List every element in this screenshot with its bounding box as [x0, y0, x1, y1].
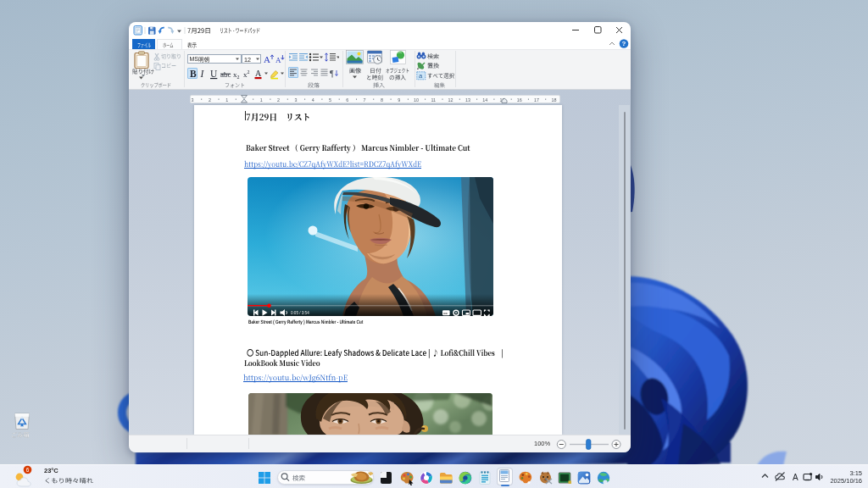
svg-text:13: 13 [465, 97, 470, 103]
svg-text:3: 3 [294, 97, 297, 103]
svg-text:8: 8 [381, 97, 383, 103]
svg-text:?: ? [622, 40, 626, 47]
svg-text:17: 17 [534, 97, 539, 103]
svg-text:5: 5 [329, 97, 331, 103]
svg-text:cc: cc [443, 311, 448, 315]
svg-text:18: 18 [551, 97, 556, 103]
svg-text:B: B [190, 69, 197, 79]
svg-text:11: 11 [431, 97, 436, 103]
svg-text:4: 4 [312, 97, 314, 103]
svg-text:A: A [793, 473, 798, 482]
svg-text:I: I [199, 69, 204, 79]
svg-text:6: 6 [26, 467, 30, 473]
svg-text:2: 2 [247, 69, 249, 75]
svg-text:16: 16 [517, 97, 522, 103]
svg-text:1: 1 [225, 97, 228, 103]
svg-text:2: 2 [277, 97, 280, 103]
svg-text:6: 6 [346, 97, 348, 103]
svg-text:7: 7 [364, 97, 366, 103]
svg-text:0:05 / 3:54: 0:05 / 3:54 [291, 311, 309, 315]
svg-text:10: 10 [414, 97, 419, 103]
svg-text:2: 2 [209, 97, 211, 103]
svg-text:1: 1 [260, 97, 263, 103]
svg-text:2: 2 [236, 75, 239, 80]
svg-text:A: A [264, 54, 270, 64]
svg-text:14: 14 [482, 97, 487, 103]
svg-text:12: 12 [448, 97, 453, 103]
svg-text:A: A [255, 69, 262, 78]
svg-text:U: U [210, 69, 218, 79]
svg-text:¶: ¶ [330, 69, 334, 78]
svg-text:3: 3 [192, 97, 194, 103]
svg-text:A: A [275, 56, 281, 64]
svg-text:9: 9 [398, 97, 400, 103]
